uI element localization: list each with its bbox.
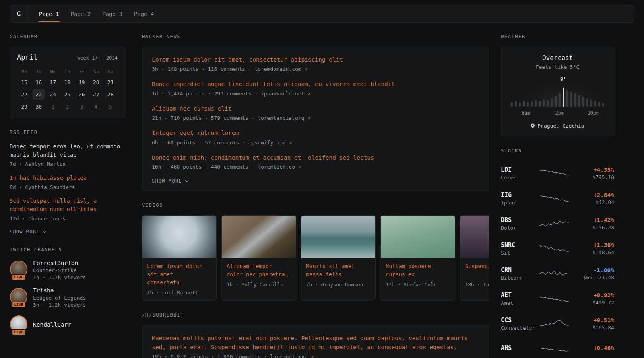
external-link-icon: ↗ (307, 91, 310, 97)
weather-hour-label: 2pm (555, 110, 564, 116)
weather-feels-like: Feels like 5°C (511, 64, 604, 70)
video-thumbnail[interactable] (222, 216, 296, 258)
video-card-body: Nullam posuere cursus ex 17h · Stefan Co… (381, 258, 455, 292)
page-tab[interactable]: Page 4 (134, 5, 155, 22)
hacker-news-meta-text: 6h · 60 points · 57 comments · ipsumify.… (152, 140, 286, 146)
weather-hour-label: 10pm (588, 110, 599, 116)
page-tab[interactable]: Page 3 (102, 5, 123, 22)
video-title-link[interactable]: Suspendisse diam (465, 262, 489, 278)
subreddit-widget-title: /R/SUBREDDIT (142, 312, 489, 318)
rss-widget-title: RSS FEED (10, 130, 125, 135)
video-thumbnail[interactable] (142, 216, 216, 258)
video-title-link[interactable]: Mauris sit amet massa felis (306, 262, 370, 278)
hacker-news-item: Integer eget rutrum lorem 6h · 60 points… (152, 128, 479, 145)
videos-widget: VIDEOS Lorem ipsum dolor sit amet consec… (142, 202, 489, 301)
stock-row[interactable]: DBS Dolor +1.42% $156.28 (501, 211, 614, 236)
subreddit-post-link[interactable]: Maecenas mollis pulvinar erat non posuer… (152, 334, 479, 352)
video-title-link[interactable]: Lorem ipsum dolor sit amet consectetu… (147, 262, 211, 286)
hacker-news-show-more-button[interactable]: SHOW MORE (152, 177, 189, 185)
subreddit-widget: /R/SUBREDDIT Maecenas mollis pulvinar er… (142, 312, 489, 358)
live-badge: LIVE (12, 274, 26, 280)
twitch-channel-row[interactable]: LIVE KendallCarr (10, 315, 125, 335)
weather-hour-bar (586, 98, 588, 107)
calendar-day: 16 (33, 77, 45, 88)
calendar-day-of-week: Fr (79, 68, 84, 76)
calendar-day: 28 (105, 89, 116, 100)
twitch-channel-info: KendallCarr (33, 321, 71, 329)
hacker-news-link[interactable]: Integer eget rutrum lorem (152, 128, 239, 137)
rss-show-more-button[interactable]: SHOW MORE (10, 228, 47, 235)
stock-identity: AHS (501, 344, 539, 353)
video-thumbnail[interactable] (301, 216, 375, 258)
stock-row[interactable]: AET Amet +0.92% $499.72 (501, 286, 614, 311)
twitch-channel-row[interactable]: LIVE ForrestBurton Counter-Strike 1h · 1… (10, 260, 125, 280)
stock-price: $165.84 (574, 325, 614, 331)
rss-article: Sed volutpat nulla nisl, a condimentum n… (10, 197, 125, 222)
calendar-day: 5 (105, 101, 116, 112)
weather-hour-bar (566, 90, 568, 107)
stock-row[interactable]: CRN Bitcorn -1.00% $66,171.48 (501, 261, 614, 286)
stock-row[interactable]: LDI Lorem +4.35% $795.18 (501, 161, 614, 186)
rss-article-link[interactable]: Sed volutpat nulla nisl, a condimentum n… (10, 197, 125, 214)
stock-change: +4.35% (574, 167, 614, 173)
stock-values: +1.42% $156.28 (574, 217, 614, 230)
page-tab[interactable]: Page 2 (70, 5, 91, 22)
hacker-news-link[interactable]: Donec enim nibh, condimentum et accumsan… (152, 153, 374, 162)
stock-row[interactable]: IIG Ipsum +2.84% $42.04 (501, 186, 614, 211)
app-logo[interactable]: G (10, 5, 28, 22)
video-title-link[interactable]: Nullam posuere cursus ex (386, 262, 450, 278)
weather-hour-bar (594, 101, 596, 107)
video-thumbnail[interactable] (460, 216, 489, 258)
weather-hour-bar (563, 88, 564, 107)
stock-row[interactable]: CCS Consectetur +0.51% $165.84 (501, 311, 614, 336)
chevron-down-icon (185, 180, 189, 182)
page-tab[interactable]: Page 1 (39, 5, 60, 22)
weather-hour-bar (578, 95, 580, 107)
stock-change: +2.84% (574, 192, 614, 198)
hacker-news-link[interactable]: Lorem ipsum dolor sit amet, consectetur … (152, 55, 343, 64)
stock-row[interactable]: AHS +0.46% (501, 336, 614, 358)
calendar-day-of-week: We (50, 68, 56, 76)
rss-article: In hac habitasse platea 8d · Cynthia Sau… (10, 174, 125, 190)
stock-row[interactable]: SNRC Sit +1.36% $148.64 (501, 236, 614, 261)
stock-change: +1.36% (574, 242, 614, 248)
video-card[interactable]: Lorem ipsum dolor sit amet consectetu… 1… (142, 215, 217, 301)
hacker-news-item: Aliquam nec cursus elit 21h · 710 points… (152, 104, 479, 121)
stock-values: +0.51% $165.84 (574, 317, 614, 331)
video-card[interactable]: Mauris sit amet massa felis 7h · Grayson… (301, 215, 376, 301)
stock-values: +4.35% $795.18 (574, 167, 614, 180)
weather-hour-bar (598, 102, 600, 107)
video-meta: 18h · Tara (465, 282, 489, 288)
hacker-news-meta-text: 16h · 468 points · 440 comments · loremt… (152, 164, 295, 170)
twitch-widget: TWITCH CHANNELS LIVE ForrestBurton Count… (10, 247, 125, 335)
video-card[interactable]: Suspendisse diam 18h · Tara (460, 215, 489, 301)
calendar-day-of-week: Mo (21, 68, 27, 76)
stock-price: $148.64 (574, 249, 614, 255)
stock-ticker: AET (501, 292, 539, 299)
video-card-body: Suspendisse diam 18h · Tara (460, 258, 489, 292)
twitch-channel-row[interactable]: LIVE Trisha League of Legends 3h · 1.2k … (10, 287, 125, 308)
hacker-news-link[interactable]: Aliquam nec cursus elit (152, 104, 232, 113)
twitch-channel-meta: 1h · 1.7k viewers (33, 274, 86, 280)
stock-identity: IIG Ipsum (501, 191, 539, 206)
stock-identity: CRN Bitcorn (501, 267, 539, 281)
video-title-link[interactable]: Aliquam tempor dolor nec pharetra… (227, 262, 291, 278)
weather-hour-bar (543, 99, 545, 107)
hacker-news-meta: 6h · 60 points · 57 comments · ipsumify.… (152, 140, 479, 146)
stock-sparkline (539, 218, 569, 230)
stock-price: $795.18 (574, 174, 614, 180)
stock-list: LDI Lorem +4.35% $795.18 (501, 161, 614, 358)
rss-article-link[interactable]: In hac habitasse platea (10, 174, 125, 182)
hacker-news-meta-text: 1d · 1,414 points · 299 comments · ipsum… (152, 91, 305, 97)
twitch-channel-info: Trisha League of Legends 3h · 1.2k viewe… (33, 287, 86, 308)
video-thumbnail[interactable] (381, 216, 455, 258)
stock-price: $499.72 (574, 300, 614, 305)
calendar-day: 20 (90, 77, 102, 88)
rss-list: Donec tempor eros leo, ut commodo mauris… (10, 142, 125, 235)
stock-sparkline (539, 268, 569, 280)
video-card[interactable]: Aliquam tempor dolor nec pharetra… 1h · … (221, 215, 296, 301)
rss-article-link[interactable]: Donec tempor eros leo, ut commodo mauris… (10, 142, 125, 159)
calendar-day: 19 (76, 77, 88, 88)
hacker-news-link[interactable]: Donec imperdiet augue tincidunt felis al… (152, 80, 395, 88)
video-card[interactable]: Nullam posuere cursus ex 17h · Stefan Co… (380, 215, 455, 301)
